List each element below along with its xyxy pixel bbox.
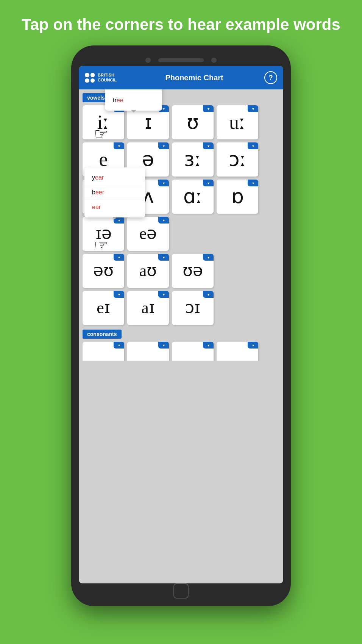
phoneme-symbol-ia: ɪə	[95, 225, 112, 242]
phone-screen: BRITISH COUNCIL Phonemic Chart ? vowels …	[79, 66, 283, 583]
corner-tab-e[interactable]	[114, 142, 124, 149]
highlight-ear2: ear	[92, 204, 101, 210]
phoneme-symbol-oi: ɔɪ	[185, 300, 200, 316]
phoneme-symbol-short-o: ɒ	[231, 187, 244, 206]
brand-text: BRITISH COUNCIL	[98, 73, 117, 83]
corner-tab-short-o[interactable]	[248, 180, 258, 186]
page-heading: Tap on the corners to hear example words	[22, 15, 340, 34]
phoneme-symbol-ua: ʊə	[183, 263, 203, 279]
vowels-row-4: ɪə year beer ear ☞	[83, 217, 279, 251]
popup-item-year[interactable]: year	[84, 170, 145, 185]
corner-tab-long-a[interactable]	[203, 180, 214, 186]
phoneme-symbol-long-e: ɜː	[184, 150, 201, 169]
corner-tab-c3[interactable]	[203, 342, 214, 349]
phoneme-cell-long-a[interactable]: ɑː	[172, 180, 214, 214]
popup-item-ear[interactable]: ear	[84, 200, 145, 214]
vowels-row-6: eɪ aɪ ɔɪ	[83, 291, 279, 325]
phoneme-cell-short-o[interactable]: ɒ	[217, 180, 258, 214]
help-button[interactable]: ?	[264, 71, 277, 84]
phoneme-symbol-ei: eɪ	[97, 300, 110, 316]
corner-tab-c1[interactable]	[114, 342, 124, 349]
phoneme-cell-oi[interactable]: ɔɪ	[172, 291, 214, 325]
corner-tab-ou[interactable]	[114, 254, 124, 261]
bc-dots-icon	[85, 73, 95, 83]
sensor-icon	[211, 58, 217, 63]
popup-menu-ear: year beer ear	[84, 167, 145, 217]
speaker-grille	[158, 58, 204, 62]
corner-tab-oi[interactable]	[203, 291, 214, 298]
phoneme-cell-long-o[interactable]: ɔː	[217, 142, 258, 177]
corner-tab-schwa[interactable]	[158, 142, 169, 149]
phoneme-cell-ua[interactable]: ʊə	[172, 254, 214, 288]
home-button[interactable]	[173, 583, 189, 599]
phoneme-symbol-ai: aɪ	[141, 300, 155, 316]
consonant-cell-2[interactable]	[127, 342, 169, 361]
consonant-cell-4[interactable]	[217, 342, 258, 361]
phoneme-cell-i[interactable]: iː seat green tree ☞	[83, 105, 124, 139]
phoneme-cell-ea[interactable]: eə	[127, 217, 169, 251]
app-header: BRITISH COUNCIL Phonemic Chart ?	[79, 66, 283, 89]
app-title: Phonemic Chart	[124, 73, 264, 82]
phoneme-symbol-long-o: ɔː	[229, 150, 247, 169]
corner-tab-c2[interactable]	[158, 342, 169, 349]
consonant-cell-3[interactable]	[172, 342, 214, 361]
phoneme-symbol-schwa: ə	[142, 150, 154, 169]
phoneme-cell-short-u[interactable]: ʊ	[172, 105, 214, 139]
consonants-partial-row	[83, 342, 279, 361]
highlight-eer: eer	[95, 189, 104, 195]
phoneme-symbol-short-i: ɪ	[145, 113, 152, 132]
phoneme-cell-ai[interactable]: aɪ	[127, 291, 169, 325]
corner-tab-ua[interactable]	[203, 254, 214, 261]
phoneme-cell-ei[interactable]: eɪ	[83, 291, 124, 325]
phoneme-symbol-au: aʊ	[139, 263, 157, 279]
corner-tab-long-o[interactable]	[248, 142, 258, 149]
corner-tab-wedge[interactable]	[158, 180, 169, 186]
consonants-section-label: consonants	[83, 330, 122, 339]
corner-tab-c4[interactable]	[248, 342, 258, 349]
phoneme-symbol-long-a: ɑː	[183, 187, 203, 206]
phone-bottom-bar	[79, 583, 283, 599]
corner-tab-au[interactable]	[158, 254, 169, 261]
phoneme-cell-ia[interactable]: ɪə year beer ear ☞	[83, 217, 124, 251]
british-council-logo: BRITISH COUNCIL	[85, 73, 117, 83]
highlight-ee2: ee	[117, 97, 123, 103]
corner-tab-ea[interactable]	[158, 217, 169, 224]
consonant-cell-1[interactable]	[83, 342, 124, 361]
popup-item-beer[interactable]: beer	[84, 185, 145, 200]
vowels-row-5: əʊ aʊ ʊə	[83, 254, 279, 288]
phoneme-symbol-e: e	[99, 150, 108, 169]
camera-icon	[145, 58, 151, 63]
phone-top-bar	[79, 53, 283, 66]
phone-frame: BRITISH COUNCIL Phonemic Chart ? vowels …	[71, 45, 291, 606]
highlight-ear1: ear	[95, 174, 104, 181]
popup-item-tree[interactable]: tree	[105, 93, 162, 108]
corner-tab-ei[interactable]	[114, 291, 124, 298]
corner-tab-long-e[interactable]	[203, 142, 214, 149]
phoneme-symbol-ou: əʊ	[93, 263, 114, 279]
popup-menu-seat: seat green tree	[105, 89, 162, 111]
corner-tab-long-u[interactable]	[248, 105, 258, 112]
phoneme-cell-long-e[interactable]: ɜː	[172, 142, 214, 177]
phoneme-symbol-ea: eə	[139, 225, 157, 242]
phoneme-cell-ou[interactable]: əʊ	[83, 254, 124, 288]
vowels-row-1: iː seat green tree ☞	[83, 105, 279, 139]
chart-area: vowels iː seat green	[79, 89, 283, 583]
phoneme-symbol-i: iː	[97, 113, 109, 132]
phoneme-cell-long-u[interactable]: uː	[217, 105, 258, 139]
popup-item-green[interactable]: green	[105, 89, 162, 93]
phoneme-symbol-short-u: ʊ	[187, 113, 199, 132]
phoneme-symbol-long-u: uː	[229, 113, 246, 132]
corner-tab-short-u[interactable]	[203, 105, 214, 112]
corner-tab-ai[interactable]	[158, 291, 169, 298]
phoneme-cell-au[interactable]: aʊ	[127, 254, 169, 288]
